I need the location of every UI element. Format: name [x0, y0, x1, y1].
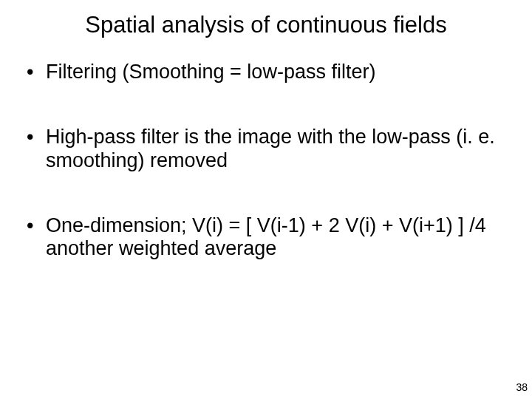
bullet-list: Filtering (Smoothing = low-pass filter) … — [0, 61, 532, 261]
list-item: One-dimension; V(i) = [ V(i-1) + 2 V(i) … — [27, 214, 502, 262]
slide-title: Spatial analysis of continuous fields — [0, 0, 532, 46]
slide: Spatial analysis of continuous fields Fi… — [0, 0, 532, 399]
list-item: Filtering (Smoothing = low-pass filter) — [27, 61, 502, 84]
list-item: High-pass filter is the image with the l… — [27, 126, 502, 173]
page-number: 38 — [516, 381, 528, 393]
